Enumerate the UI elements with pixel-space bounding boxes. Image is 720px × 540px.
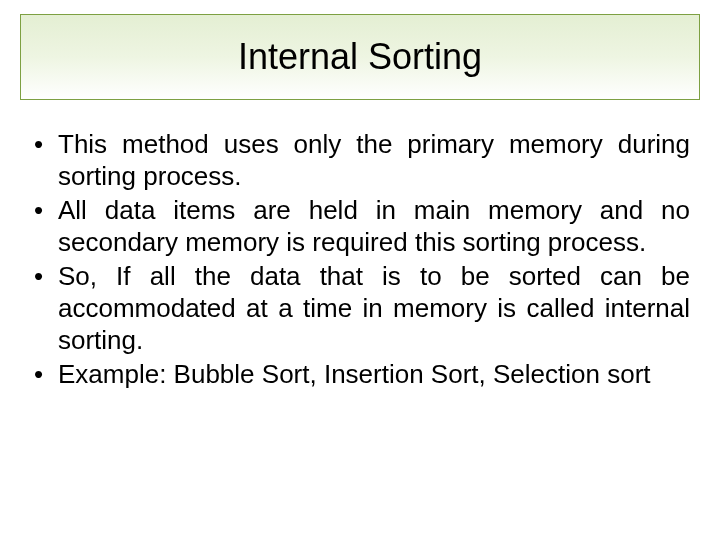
bullet-list: • This method uses only the primary memo… [30,128,690,390]
bullet-text: Example: Bubble Sort, Insertion Sort, Se… [58,358,690,390]
bullet-text: All data items are held in main memory a… [58,194,690,258]
slide-title: Internal Sorting [238,36,482,78]
list-item: • So, If all the data that is to be sort… [30,260,690,356]
bullet-icon: • [30,358,58,390]
content-area: • This method uses only the primary memo… [20,128,700,390]
bullet-text: So, If all the data that is to be sorted… [58,260,690,356]
bullet-icon: • [30,194,58,226]
list-item: • All data items are held in main memory… [30,194,690,258]
list-item: • This method uses only the primary memo… [30,128,690,192]
title-bar: Internal Sorting [20,14,700,100]
slide: Internal Sorting • This method uses only… [0,0,720,540]
bullet-icon: • [30,128,58,160]
bullet-icon: • [30,260,58,292]
bullet-text: This method uses only the primary memory… [58,128,690,192]
list-item: • Example: Bubble Sort, Insertion Sort, … [30,358,690,390]
